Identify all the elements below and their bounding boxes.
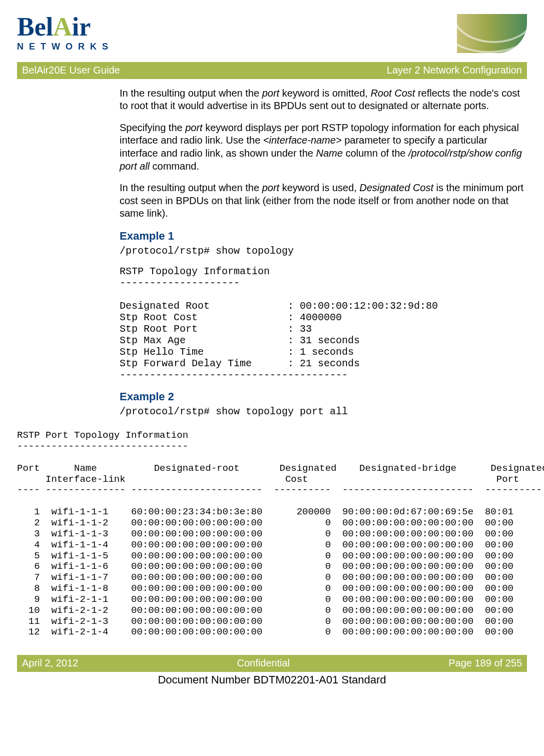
logo-subtext: NETWORKS (17, 41, 114, 53)
document-number: Document Number BDTM02201-A01 Standard (17, 673, 527, 691)
example-2-output: RSTP Port Topology Information ---------… (17, 430, 525, 638)
keyword-interface-name: <interface-name> (263, 135, 342, 146)
example-2-command: /protocol/rstp# show topology port all (120, 406, 525, 417)
example-1-output: RSTP Topology Information --------------… (120, 266, 525, 381)
example-1-command: /protocol/rstp# show topology (120, 245, 525, 257)
keyword-designated-cost: Designated Cost (359, 182, 433, 193)
title-bar: BelAir20E User Guide Layer 2 Network Con… (17, 62, 527, 79)
logo: BelAir NETWORKS (17, 14, 114, 53)
keyword-name: Name (316, 148, 342, 159)
guide-title: BelAir20E User Guide (22, 64, 120, 77)
keyword-port: port (185, 122, 202, 133)
paragraph-1: In the resulting output when the port ke… (120, 87, 525, 113)
logo-wordmark: BelAir (17, 14, 114, 40)
header: BelAir NETWORKS (17, 14, 527, 53)
example-1-title: Example 1 (120, 229, 525, 243)
footer: April 2, 2012 Confidential Page 189 of 2… (17, 655, 527, 691)
logo-swirl-icon (457, 14, 527, 53)
footer-confidential: Confidential (237, 657, 290, 670)
section-title: Layer 2 Network Configuration (387, 64, 522, 77)
body-content: In the resulting output when the port ke… (120, 87, 525, 638)
footer-bar: April 2, 2012 Confidential Page 189 of 2… (17, 655, 527, 672)
keyword-port: port (262, 88, 279, 99)
footer-page: Page 189 of 255 (448, 657, 522, 670)
paragraph-3: In the resulting output when the port ke… (120, 182, 525, 220)
footer-date: April 2, 2012 (22, 657, 78, 670)
keyword-port: port (262, 182, 279, 193)
example-2-title: Example 2 (120, 390, 525, 404)
keyword-root-cost: Root Cost (370, 88, 415, 99)
paragraph-2: Specifying the port keyword displays per… (120, 122, 525, 173)
